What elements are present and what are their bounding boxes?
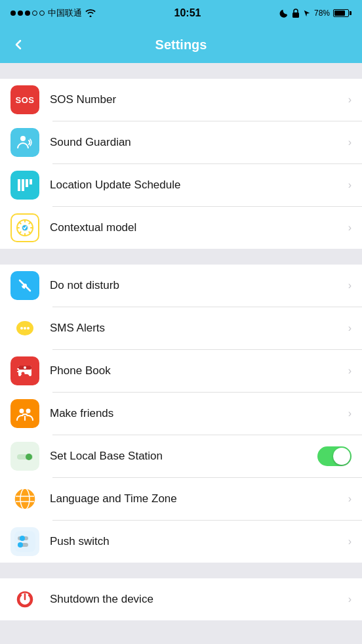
- signal-dots: [10, 11, 45, 16]
- makefriends-icon: [10, 399, 39, 428]
- chevron-icon: ›: [348, 536, 352, 547]
- battery-percent: 78%: [314, 9, 330, 18]
- svg-rect-32: [14, 531, 35, 552]
- svg-rect-0: [292, 12, 299, 18]
- guardian-icon: [10, 128, 39, 157]
- shutdown-label: Shutdown the device: [50, 593, 343, 606]
- battery-icon: [333, 9, 352, 17]
- page-title: Settings: [155, 37, 207, 53]
- sound-guardian-row[interactable]: Sound Guardian ›: [0, 121, 362, 163]
- shutdown-device-row[interactable]: Shutdown the device ›: [0, 578, 362, 620]
- contextual-model-row[interactable]: Contextual model ›: [0, 207, 362, 249]
- svg-point-22: [20, 409, 24, 414]
- svg-point-11: [20, 327, 23, 330]
- svg-rect-20: [17, 371, 19, 372]
- language-time-row[interactable]: Language and Time Zone ›: [0, 478, 362, 520]
- svg-point-34: [20, 536, 25, 541]
- settings-group-1: SOS SOS Number › Sound Guardian ›: [0, 79, 362, 249]
- chevron-icon: ›: [348, 322, 352, 334]
- sos-icon: SOS: [10, 85, 39, 114]
- make-friends-label: Make friends: [50, 407, 343, 420]
- contextual-model-label: Contextual model: [50, 221, 343, 234]
- base-station-toggle[interactable]: [317, 446, 352, 466]
- location-icon: [10, 171, 39, 200]
- phone-book-row[interactable]: Phone Book ›: [0, 350, 362, 392]
- section-gap-2: [0, 249, 362, 265]
- chevron-icon: ›: [348, 280, 352, 291]
- sound-guardian-label: Sound Guardian: [50, 136, 343, 149]
- chevron-icon: ›: [348, 365, 352, 377]
- contextual-icon: [10, 213, 39, 242]
- shutdown-icon: [10, 585, 39, 614]
- svg-rect-19: [17, 368, 19, 370]
- chevron-icon: ›: [348, 137, 352, 148]
- svg-rect-2: [18, 179, 20, 191]
- do-not-disturb-row[interactable]: Do not disturb ›: [0, 265, 362, 307]
- language-icon: [10, 484, 39, 513]
- section-gap-3: [0, 563, 362, 578]
- location-update-row[interactable]: Location Update Schedule ›: [0, 164, 362, 206]
- sos-number-label: SOS Number: [50, 93, 343, 106]
- dnd-icon: [10, 271, 39, 300]
- pushswitch-icon: [10, 527, 39, 556]
- basestation-icon: [10, 442, 39, 471]
- svg-rect-5: [30, 179, 32, 184]
- chevron-icon: ›: [348, 408, 352, 419]
- push-switch-label: Push switch: [50, 535, 343, 548]
- wifi-icon: [85, 9, 96, 17]
- dnd-label: Do not disturb: [50, 279, 343, 292]
- settings-group-2: Do not disturb › SMS Alerts ›: [0, 265, 362, 563]
- status-bar: 中国联通 10:51 78%: [0, 0, 362, 26]
- status-left: 中国联通: [10, 7, 96, 19]
- moon-icon: [279, 9, 289, 18]
- svg-point-12: [24, 327, 26, 330]
- section-gap-bottom: [0, 620, 362, 644]
- section-gap-top: [0, 63, 362, 79]
- svg-point-17: [24, 366, 26, 369]
- svg-rect-3: [22, 179, 24, 191]
- svg-point-13: [27, 327, 30, 330]
- set-local-base-label: Set Local Base Station: [50, 450, 317, 463]
- back-button[interactable]: [10, 37, 26, 53]
- lock-icon: [292, 9, 300, 18]
- make-friends-row[interactable]: Make friends ›: [0, 393, 362, 435]
- sos-number-row[interactable]: SOS SOS Number ›: [0, 79, 362, 121]
- carrier-label: 中国联通: [48, 7, 82, 19]
- status-right: 78%: [279, 9, 352, 18]
- svg-point-36: [18, 542, 23, 547]
- chevron-icon: ›: [348, 179, 352, 191]
- location-arrow-icon: [303, 9, 311, 18]
- set-local-base-row[interactable]: Set Local Base Station: [0, 435, 362, 477]
- location-update-label: Location Update Schedule: [50, 179, 343, 192]
- chevron-icon: ›: [348, 493, 352, 505]
- push-switch-row[interactable]: Push switch ›: [0, 521, 362, 563]
- chevron-icon: ›: [348, 94, 352, 106]
- svg-point-26: [26, 454, 32, 460]
- phone-book-label: Phone Book: [50, 364, 343, 377]
- settings-group-3: Shutdown the device ›: [0, 578, 362, 620]
- sms-alerts-row[interactable]: SMS Alerts ›: [0, 307, 362, 349]
- phonebook-icon: [10, 356, 39, 385]
- svg-point-1: [20, 136, 26, 141]
- chevron-icon: ›: [348, 593, 352, 605]
- chevron-icon: ›: [348, 222, 352, 234]
- svg-rect-4: [26, 179, 28, 187]
- sms-icon: [10, 314, 39, 343]
- sms-alerts-label: SMS Alerts: [50, 322, 343, 335]
- svg-point-23: [26, 409, 31, 414]
- nav-bar: Settings: [0, 26, 362, 63]
- status-time: 10:51: [174, 7, 201, 19]
- language-time-label: Language and Time Zone: [50, 492, 343, 505]
